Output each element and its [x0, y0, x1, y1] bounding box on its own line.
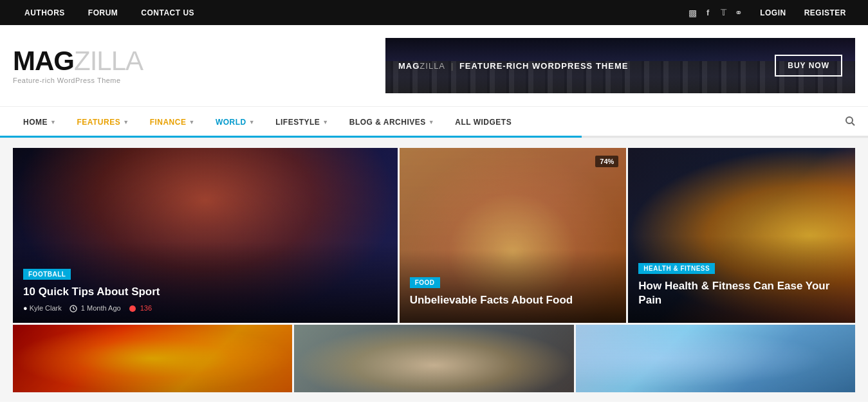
card-title-fitness: How Health & Fitness Can Ease Your Pain — [638, 279, 845, 307]
nav-forum[interactable]: FORUM — [77, 0, 130, 25]
card-football[interactable]: FOOTBALL 10 Quick Tips About Sport ●Kyle… — [13, 148, 398, 323]
card-overlay-fitness: HEALTH & FITNESS How Health & Fitness Ca… — [628, 236, 855, 323]
bottom-grid — [13, 325, 855, 392]
nav-finance[interactable]: FINANCE ▼ — [140, 109, 205, 136]
chevron-down-icon: ▼ — [50, 119, 56, 125]
nav-progress-rest — [582, 136, 868, 138]
top-nav: AUTHORS FORUM CONTACT US — [13, 0, 206, 25]
nav-contact[interactable]: CONTACT US — [129, 0, 206, 25]
nav-lifestyle[interactable]: LIFESTYLE ▼ — [265, 109, 339, 136]
svg-point-0 — [846, 117, 853, 123]
search-icon[interactable] — [845, 107, 855, 138]
card-overlay: FOOTBALL 10 Quick Tips About Sport ●Kyle… — [13, 242, 398, 323]
card-title-football: 10 Quick Tips About Sport — [23, 285, 387, 299]
social-icons: ▩ f 𝕋 ⚭ — [687, 8, 744, 18]
card-tag-football: FOOTBALL — [23, 269, 71, 280]
top-bar: AUTHORS FORUM CONTACT US ▩ f 𝕋 ⚭ LOGIN R… — [0, 0, 868, 25]
card-overlay-food: FOOD Unbelievable Facts About Food — [400, 250, 627, 323]
card-title-food: Unbelievable Facts About Food — [410, 293, 616, 307]
nav-features[interactable]: FEATURES ▼ — [66, 109, 139, 136]
logo-text: MAGZILLA — [13, 48, 143, 75]
card-food[interactable]: 74% FOOD Unbelievable Facts About Food — [400, 148, 627, 323]
chevron-down-icon: ▼ — [123, 119, 129, 125]
banner-description: FEATURE-RICH WORDPRESS THEME — [459, 61, 628, 71]
card-tag-fitness: HEALTH & FITNESS — [638, 263, 715, 274]
nav-home[interactable]: HOME ▼ — [13, 109, 66, 136]
top-right: ▩ f 𝕋 ⚭ LOGIN REGISTER — [687, 0, 855, 25]
nav-widgets[interactable]: ALL WIDGETS — [445, 109, 522, 136]
nav-progress-bar — [0, 136, 582, 138]
chevron-down-icon: ▼ — [322, 119, 328, 125]
card-tag-food: FOOD — [410, 277, 440, 288]
pct-badge: 74% — [595, 156, 618, 167]
banner[interactable]: MAGZILLA | FEATURE-RICH WORDPRESS THEME … — [385, 38, 855, 93]
banner-separator: | — [448, 61, 457, 71]
views-count: 136 — [129, 304, 152, 313]
main-content: FOOTBALL 10 Quick Tips About Sport ●Kyle… — [0, 138, 868, 402]
nav-authors[interactable]: AUTHORS — [13, 0, 77, 25]
mini-card-city[interactable] — [13, 325, 292, 392]
header: MAGZILLA Feature-rich WordPress Theme MA… — [0, 25, 868, 106]
mini-card-building[interactable] — [576, 325, 855, 392]
nav-world[interactable]: WORLD ▼ — [205, 109, 265, 136]
logo-zilla: ZILLA — [74, 46, 143, 76]
chevron-down-icon: ▼ — [189, 119, 194, 125]
buy-now-button[interactable]: BUY NOW — [775, 55, 842, 77]
twitter-icon[interactable]: 𝕋 — [717, 8, 729, 17]
chevron-down-icon: ▼ — [249, 119, 255, 125]
banner-mag: MAG — [398, 61, 420, 71]
rss-icon[interactable]: ▩ — [687, 8, 698, 18]
dribbble-icon[interactable]: ⚭ — [733, 8, 744, 18]
card-meta-football: ●Kyle Clark 1 Month Ago 136 — [23, 304, 387, 313]
card-fitness[interactable]: HEALTH & FITNESS How Health & Fitness Ca… — [628, 148, 855, 323]
nav-items: HOME ▼ FEATURES ▼ FINANCE ▼ WORLD ▼ LIFE… — [13, 109, 845, 136]
facebook-icon[interactable]: f — [702, 8, 714, 17]
svg-line-1 — [852, 123, 854, 125]
logo-mag: MAG — [13, 46, 74, 76]
svg-line-4 — [73, 309, 75, 309]
auth-links: LOGIN REGISTER — [751, 0, 855, 25]
svg-point-5 — [129, 305, 136, 312]
logo-tagline: Feature-rich WordPress Theme — [13, 77, 143, 84]
login-link[interactable]: LOGIN — [751, 0, 795, 25]
logo[interactable]: MAGZILLA Feature-rich WordPress Theme — [13, 48, 143, 84]
banner-zilla: ZILLA — [420, 61, 445, 71]
featured-grid: FOOTBALL 10 Quick Tips About Sport ●Kyle… — [13, 148, 855, 323]
nav-blog[interactable]: BLOG & ARCHIVES ▼ — [339, 109, 445, 136]
main-nav: HOME ▼ FEATURES ▼ FINANCE ▼ WORLD ▼ LIFE… — [0, 106, 868, 138]
chevron-down-icon: ▼ — [429, 119, 434, 125]
banner-text: MAGZILLA | FEATURE-RICH WORDPRESS THEME — [398, 61, 628, 71]
register-link[interactable]: REGISTER — [795, 0, 855, 25]
mini-card-animal[interactable] — [294, 325, 573, 392]
